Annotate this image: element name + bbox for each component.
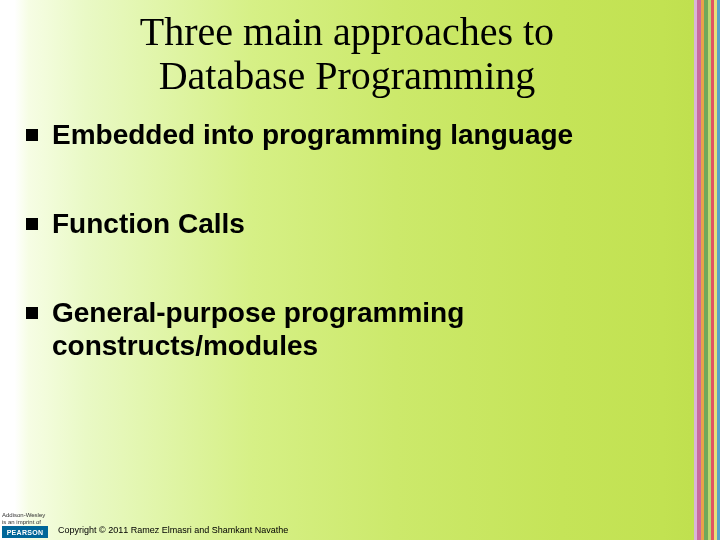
pearson-logo: PEARSON — [2, 526, 48, 538]
title-line-2: Database Programming — [159, 53, 536, 98]
publisher-logo-block: Addison-Wesley is an imprint of PEARSON — [2, 512, 52, 538]
bullet-text: Function Calls — [52, 207, 245, 240]
list-item: Function Calls — [26, 207, 686, 240]
publisher-small-text: Addison-Wesley is an imprint of — [2, 512, 52, 525]
bullet-text: Embedded into programming language — [52, 118, 573, 151]
decorative-stripes — [694, 0, 720, 540]
list-item: General-purpose programming constructs/m… — [26, 296, 686, 362]
square-bullet-icon — [26, 218, 38, 230]
footer: Addison-Wesley is an imprint of PEARSON … — [0, 504, 720, 540]
copyright-text: Copyright © 2011 Ramez Elmasri and Shamk… — [58, 525, 288, 535]
bullet-text: General-purpose programming constructs/m… — [52, 296, 686, 362]
square-bullet-icon — [26, 129, 38, 141]
title-line-1: Three main approaches to — [140, 9, 554, 54]
slide: Three main approaches to Database Progra… — [0, 0, 720, 540]
slide-body: Embedded into programming language Funct… — [26, 118, 686, 418]
square-bullet-icon — [26, 307, 38, 319]
slide-title: Three main approaches to Database Progra… — [0, 10, 694, 98]
list-item: Embedded into programming language — [26, 118, 686, 151]
